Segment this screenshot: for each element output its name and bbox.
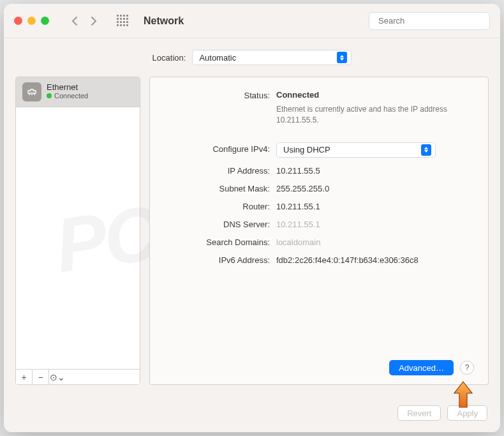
row-router: Router: 10.211.55.1	[161, 200, 474, 211]
row-status: Status: Connected Ethernet is currently …	[161, 89, 474, 126]
subnet-label: Subnet Mask:	[161, 182, 270, 193]
dns-value: 10.211.55.1	[276, 218, 320, 229]
location-value: Automatic	[199, 53, 236, 63]
ipv6-label: IPv6 Address:	[161, 253, 270, 265]
service-status-text: Connected	[54, 92, 88, 100]
location-select[interactable]: Automatic	[192, 50, 352, 65]
details-footer: Advanced… ?	[161, 360, 474, 375]
dns-label: DNS Server:	[161, 218, 270, 229]
preferences-window: PCrisk.com Network Location:	[4, 4, 500, 432]
location-row: Location: Automatic	[4, 38, 500, 77]
window-controls	[14, 17, 49, 25]
svg-point-2	[29, 94, 30, 95]
row-search-domains: Search Domains: localdomain	[161, 236, 474, 247]
status-dot-icon	[47, 93, 52, 98]
advanced-button[interactable]: Advanced…	[389, 360, 454, 375]
location-label: Location:	[152, 53, 186, 63]
row-ipv6: IPv6 Address: fdb2:2c26:f4e4:0:147f:b634…	[161, 253, 474, 265]
ip-value: 10.211.55.5	[276, 164, 320, 176]
titlebar: Network	[4, 4, 500, 38]
search-input[interactable]	[378, 16, 485, 26]
search-field[interactable]	[369, 12, 490, 30]
zoom-icon[interactable]	[41, 17, 49, 25]
status-value: Connected	[276, 88, 319, 100]
configure-label: Configure IPv4:	[161, 142, 270, 154]
ip-label: IP Address:	[161, 164, 270, 176]
chevron-up-down-icon	[421, 144, 431, 156]
row-ip: IP Address: 10.211.55.5	[161, 164, 474, 176]
nav-buttons	[68, 15, 100, 27]
service-info: Ethernet Connected	[47, 82, 88, 100]
revert-button[interactable]: Revert	[397, 405, 441, 421]
row-subnet: Subnet Mask: 255.255.255.0	[161, 182, 474, 193]
show-all-button[interactable]	[117, 15, 130, 27]
configure-ipv4-select[interactable]: Using DHCP	[276, 142, 436, 158]
svg-point-4	[34, 94, 35, 95]
service-status: Connected	[47, 92, 88, 100]
details-pane: Status: Connected Ethernet is currently …	[149, 77, 489, 385]
row-dns: DNS Server: 10.211.55.1	[161, 218, 474, 229]
search-domains-label: Search Domains:	[161, 236, 270, 247]
close-icon[interactable]	[14, 17, 22, 25]
help-button[interactable]: ?	[460, 361, 474, 375]
status-desc: Ethernet is currently active and has the…	[276, 104, 461, 126]
subnet-value: 255.255.255.0	[276, 182, 329, 193]
forward-button[interactable]	[87, 15, 100, 27]
svg-point-3	[31, 94, 33, 95]
service-actions-button[interactable]: ⊙⌄	[49, 370, 66, 384]
content-area: Ethernet Connected + − ⊙⌄ Status: Connec…	[4, 77, 500, 396]
router-label: Router:	[161, 200, 270, 211]
service-name: Ethernet	[47, 82, 88, 92]
row-configure: Configure IPv4: Using DHCP	[161, 142, 474, 158]
status-label: Status:	[161, 89, 270, 100]
router-value: 10.211.55.1	[276, 200, 320, 211]
search-domains-value: localdomain	[276, 236, 320, 247]
sidebar-footer: + − ⊙⌄	[16, 369, 140, 384]
chevron-up-down-icon	[337, 52, 347, 63]
back-button[interactable]	[68, 15, 81, 27]
configure-value: Using DHCP	[283, 145, 330, 154]
sidebar-body	[16, 107, 140, 369]
remove-service-button[interactable]: −	[33, 370, 49, 384]
ethernet-icon	[22, 82, 41, 101]
add-service-button[interactable]: +	[16, 370, 33, 384]
services-sidebar: Ethernet Connected + − ⊙⌄	[15, 77, 140, 385]
service-item-ethernet[interactable]: Ethernet Connected	[16, 77, 140, 107]
minimize-icon[interactable]	[27, 17, 36, 25]
apply-button[interactable]: Apply	[447, 405, 487, 421]
ipv6-value: fdb2:2c26:f4e4:0:147f:b634:e306:36c8	[276, 253, 419, 265]
bottom-bar: Revert Apply	[4, 396, 500, 432]
window-title: Network	[144, 15, 184, 27]
